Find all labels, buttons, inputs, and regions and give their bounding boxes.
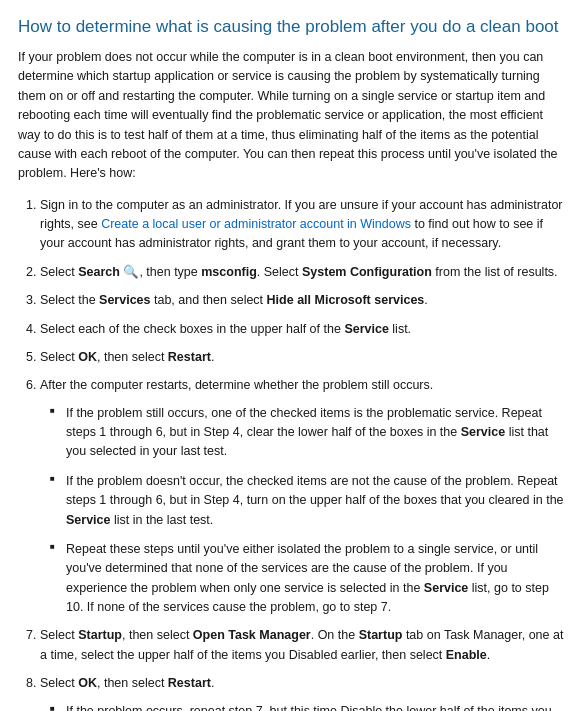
bullet-item: Repeat these steps until you've either i…: [50, 540, 564, 618]
step-8-bullets: If the problem occurs, repeat step 7, bu…: [40, 702, 564, 711]
step-item-5: Select OK, then select Restart.: [40, 348, 564, 367]
step-item-1: Sign in to the computer as an administra…: [40, 196, 564, 254]
intro-paragraph: If your problem does not occur while the…: [18, 48, 564, 184]
step-item-2: Select Search 🔍, then type msconfig. Sel…: [40, 263, 564, 282]
step-item-4: Select each of the check boxes in the up…: [40, 320, 564, 339]
steps-list: Sign in to the computer as an administra…: [18, 196, 564, 711]
page-title: How to determine what is causing the pro…: [18, 16, 564, 38]
step-6-bullets: If the problem still occurs, one of the …: [40, 404, 564, 618]
bullet-item: If the problem occurs, repeat step 7, bu…: [50, 702, 564, 711]
step-item-3: Select the Services tab, and then select…: [40, 291, 564, 310]
step-item-8: Select OK, then select Restart.If the pr…: [40, 674, 564, 711]
step-item-7: Select Startup, then select Open Task Ma…: [40, 626, 564, 665]
bullet-item: If the problem doesn't occur, the checke…: [50, 472, 564, 530]
bullet-item: If the problem still occurs, one of the …: [50, 404, 564, 462]
step-item-6: After the computer restarts, determine w…: [40, 376, 564, 617]
